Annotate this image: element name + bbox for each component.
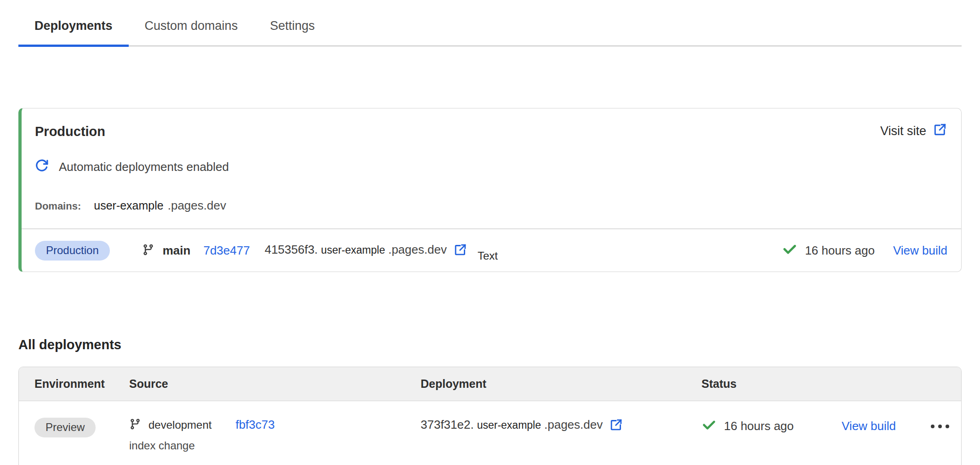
refresh-icon [35,159,49,176]
view-build-link[interactable]: View build [842,419,896,433]
external-link-icon[interactable] [453,243,467,259]
commit-message: index change [129,439,421,452]
view-build-link[interactable]: View build [893,244,947,258]
more-options-icon [931,425,934,428]
table-row: Preview development fbf3c73 index change… [19,401,961,465]
production-title: Production [35,123,105,140]
domain-suffix: .pages.dev [168,198,226,213]
production-deployment-row: Production main 7d3e477 415356f3. user-e… [22,228,961,272]
deployment-url-name: user-example [321,244,385,256]
domains-label: Domains: [35,200,81,212]
deployment-time: 16 hours ago [805,244,875,258]
visit-site-link[interactable]: Visit site [880,122,947,140]
status-time-group: 16 hours ago [701,418,842,435]
visit-site-label: Visit site [880,124,926,138]
deployment-url: 373f31e2. user-example .pages.dev [421,418,701,434]
commit-link[interactable]: 7d3e477 [203,244,250,258]
tab-custom-domains[interactable]: Custom domains [129,0,254,45]
environment-badge: Preview [34,418,96,437]
column-header-deployment: Deployment [421,377,701,391]
column-header-environment: Environment [19,377,129,391]
auto-deployments-row: Automatic deployments enabled [35,159,947,176]
column-header-source: Source [129,377,421,391]
deployment-url-prefix: 415356f3. [265,243,318,257]
deployment-url-name: user-example [477,419,541,431]
environment-badge: Production [35,241,110,261]
git-branch-icon [142,244,154,258]
external-link-icon[interactable] [609,418,623,434]
branch-name: main [163,244,191,258]
all-deployments-table: Environment Source Deployment Status Pre… [18,367,962,465]
tab-deployments[interactable]: Deployments [18,0,129,45]
deployment-note: Text [478,250,498,262]
tab-deployments-label: Deployments [34,19,113,33]
tab-settings[interactable]: Settings [254,0,331,45]
success-check-icon [782,242,798,259]
external-link-icon[interactable] [933,122,947,140]
production-card: Production Visit site Automa [18,108,962,272]
commit-link[interactable]: fbf3c73 [235,418,274,432]
column-header-status: Status [701,377,961,391]
deployment-url-prefix: 373f31e2. [421,418,474,432]
branch-name: development [148,419,211,431]
environment-cell: Preview [19,418,129,437]
git-branch-icon [129,418,141,432]
source-cell: development fbf3c73 index change [129,418,421,452]
deployment-cell: 373f31e2. user-example .pages.dev [421,418,701,434]
domains-row: Domains: user-example .pages.dev [35,198,947,213]
tab-settings-label: Settings [270,19,315,33]
deployment-url: 415356f3. user-example .pages.dev [265,243,467,259]
more-options-button[interactable] [929,420,951,433]
table-header-row: Environment Source Deployment Status [19,367,961,401]
tab-bar: Deployments Custom domains Settings [18,0,962,46]
all-deployments-title: All deployments [18,336,962,353]
success-check-icon [701,418,717,435]
tab-custom-domains-label: Custom domains [145,19,238,33]
production-card-body: Production Visit site Automa [22,108,961,228]
deployment-url-suffix: .pages.dev [544,418,603,432]
deployment-time: 16 hours ago [724,419,794,433]
auto-deployments-text: Automatic deployments enabled [59,160,229,174]
status-cell: 16 hours ago View build [701,418,961,435]
production-status-group: 16 hours ago View build [782,242,947,259]
deployment-url-suffix: .pages.dev [388,243,447,257]
domain-name: user-example [94,199,163,212]
